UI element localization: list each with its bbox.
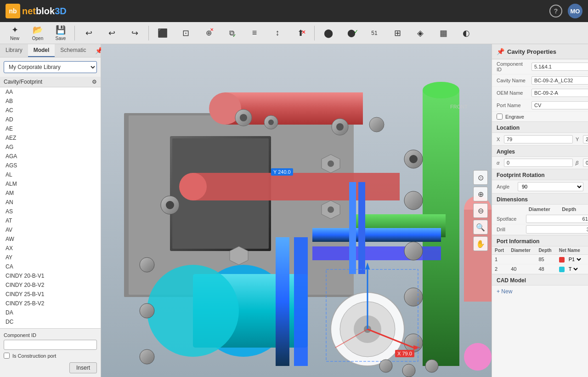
svg-rect-16 — [276, 237, 289, 366]
beta-field[interactable] — [583, 159, 588, 167]
new-icon: ✦ — [11, 25, 18, 35]
x-loc-label: X — [497, 137, 502, 142]
redo-button[interactable]: ↪ — [124, 24, 146, 42]
location-section-header: Location — [492, 121, 588, 133]
list-item[interactable]: DC — [0, 317, 101, 326]
list-item[interactable]: CA — [0, 262, 101, 271]
list-item[interactable]: AC — [0, 106, 101, 115]
construction-checkbox[interactable] — [4, 353, 10, 359]
list-item[interactable]: AY — [0, 253, 101, 262]
insert-button[interactable]: Insert — [69, 362, 97, 373]
tool-tick-button[interactable]: ⬤✓ — [340, 24, 362, 42]
open-button[interactable]: 📂 Open — [27, 24, 49, 42]
list-item[interactable]: AGS — [0, 161, 101, 170]
tab-model[interactable]: Model — [28, 44, 55, 57]
list-item[interactable]: AS — [0, 207, 101, 216]
y-location-field[interactable] — [583, 135, 588, 143]
list-item[interactable]: AL — [0, 170, 101, 179]
cavity-filter-icon[interactable]: ⚙ — [92, 79, 97, 85]
tool-lines-button[interactable]: ≡ — [243, 24, 266, 42]
main-area: Library Model Schematic 📌 My Corporate L… — [0, 44, 588, 377]
list-item[interactable]: ALM — [0, 179, 101, 188]
svg-point-35 — [140, 303, 154, 318]
new-button[interactable]: ✦ New — [4, 24, 26, 42]
zoom-fit-button[interactable]: ⊙ — [473, 170, 488, 185]
list-item[interactable]: AE — [0, 124, 101, 133]
list-item[interactable]: CINDY 25-B-V1 — [0, 290, 101, 299]
port-1-net[interactable]: P1 — [556, 255, 588, 264]
component-id-field[interactable] — [531, 63, 588, 71]
tool-cross-button[interactable]: ⊕✕ — [198, 24, 220, 42]
list-item[interactable]: AT — [0, 216, 101, 225]
list-item[interactable]: AG — [0, 143, 101, 152]
list-item[interactable]: AM — [0, 188, 101, 198]
tool-grid-button[interactable]: ⊡ — [175, 24, 197, 42]
list-item[interactable]: CINDY 20-B-V2 — [0, 280, 101, 290]
svg-point-31 — [369, 117, 384, 132]
tab-schematic[interactable]: Schematic — [55, 44, 91, 57]
angle-rotation-select[interactable]: 0 45 90 135 180 225 270 315 — [518, 182, 583, 191]
port-info-table: Port Diameter Depth Net Name 1 85 P1 — [492, 246, 588, 274]
list-item[interactable]: AV — [0, 225, 101, 234]
logo-blok: blok — [36, 6, 55, 16]
drill-diameter-field[interactable] — [526, 225, 588, 234]
tool-cylinder-button[interactable]: ⬤ — [317, 24, 339, 42]
tool-shape-button[interactable]: ◈ — [409, 24, 431, 42]
port-2-net-select[interactable]: T — [567, 266, 579, 272]
toolbar-sep-2 — [148, 26, 149, 40]
tool-half-button[interactable]: ◐ — [455, 24, 477, 42]
list-item[interactable]: AA — [0, 87, 101, 97]
tab-library[interactable]: Library — [0, 44, 28, 57]
list-item[interactable]: AN — [0, 198, 101, 207]
toolbar-sep-1 — [74, 26, 75, 40]
list-item[interactable]: CINDY 25-B-V2 — [0, 299, 101, 308]
list-item[interactable]: AX — [0, 244, 101, 253]
list-item[interactable]: AW — [0, 234, 101, 244]
zoom-out-button[interactable]: ⊖ — [473, 203, 488, 218]
list-item[interactable]: AGA — [0, 152, 101, 161]
port-name-field[interactable] — [531, 101, 588, 109]
undo2-button[interactable]: ↩ — [101, 24, 123, 42]
tool-check-button[interactable]: ⧉✓ — [220, 24, 243, 42]
grid-icon: ⊡ — [182, 28, 189, 38]
x-location-field[interactable] — [504, 135, 573, 143]
engrave-checkbox[interactable] — [497, 114, 503, 120]
list-item[interactable]: AB — [0, 97, 101, 106]
port-1-net-select[interactable]: P1 — [567, 256, 582, 263]
alpha-field[interactable] — [504, 159, 573, 167]
3d-viewport[interactable]: FRONT Y 240.0 X 79.0 ⊙ ⊕ ⊖ 🔍 ✋ — [101, 44, 492, 377]
construction-label: Is Construction port — [12, 353, 56, 359]
tool-arrow-button[interactable]: ↕ — [266, 24, 288, 42]
tool-tick-icon: ⬤✓ — [347, 29, 356, 37]
spotface-diameter-field[interactable] — [526, 215, 588, 223]
list-item[interactable]: AEZ — [0, 133, 101, 143]
oem-name-field[interactable] — [531, 89, 588, 97]
cavity-name-field[interactable] — [531, 76, 588, 85]
help-button[interactable]: ? — [549, 5, 562, 17]
cavity-name-label: Cavity Name — [497, 78, 529, 83]
library-dropdown[interactable]: My Corporate Library — [4, 61, 97, 73]
component-id-input[interactable] — [4, 340, 97, 350]
cad-model-section: + New — [492, 286, 588, 297]
tool-51-button[interactable]: 51 — [363, 24, 385, 42]
tool-cube-button[interactable]: ⬛ — [152, 24, 174, 42]
add-cad-model-button[interactable]: + New — [497, 288, 512, 295]
right-panel-pin-icon[interactable]: 📌 — [497, 48, 504, 55]
list-item[interactable]: AD — [0, 115, 101, 124]
port-2-net[interactable]: T — [556, 264, 588, 274]
user-avatar[interactable]: MO — [568, 4, 582, 18]
oem-name-row: OEM Name — [492, 87, 588, 99]
undo-button[interactable]: ↩ — [78, 24, 100, 42]
zoom-area-button[interactable]: 🔍 — [473, 220, 488, 234]
svg-point-11 — [423, 82, 459, 98]
tool-x-button[interactable]: ⬆✕ — [289, 24, 311, 42]
tool-grid2-button[interactable]: ⊞ — [386, 24, 408, 42]
zoom-in-button[interactable]: ⊕ — [473, 187, 488, 201]
port-1-number: 1 — [492, 255, 508, 264]
list-item[interactable]: DA — [0, 308, 101, 317]
pan-button[interactable]: ✋ — [473, 236, 488, 251]
tool-box-button[interactable]: ▦ — [432, 24, 454, 42]
save-button[interactable]: 💾 Save — [50, 24, 72, 42]
list-item[interactable]: CINDY 20-B-V1 — [0, 271, 101, 280]
x-coord-label: X 79.0 — [395, 350, 414, 357]
